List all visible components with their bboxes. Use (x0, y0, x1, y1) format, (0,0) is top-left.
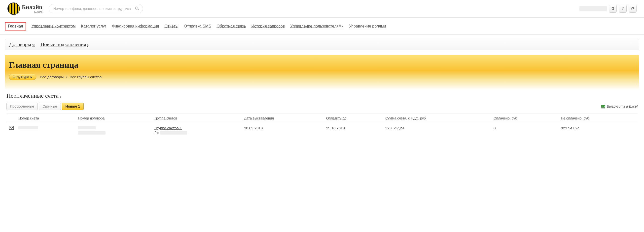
cell-group: Группа счетов 1 Г-н (152, 123, 242, 138)
export-excel-label: Выгрузить в Excel (607, 104, 638, 108)
row-envelope[interactable] (6, 123, 16, 138)
subtab-contracts[interactable]: Договоры 90 (9, 41, 35, 48)
invoices-table: Номер счёта Номер договора Группа счетов… (6, 114, 638, 138)
cell-issue-date: 30.09.2019 (242, 123, 324, 138)
nav-user-management[interactable]: Управление пользователями (290, 24, 344, 28)
page-title: Главная страница (9, 60, 635, 70)
logo-mark-icon (8, 2, 20, 15)
header-right: ? (580, 5, 636, 13)
svg-line-1 (138, 9, 139, 10)
col-group[interactable]: Группа счетов (152, 114, 242, 123)
crumb-all-contracts[interactable]: Все договоры (40, 75, 64, 79)
nav-financial-info[interactable]: Финансовая информация (112, 24, 159, 28)
subtabs-bar: Договоры 90 Новые подключения 0 (5, 39, 639, 50)
subtab-new-conn-count: 0 (87, 43, 89, 47)
nav-contract-management[interactable]: Управление контрактом (32, 24, 76, 28)
envelope-icon (9, 126, 14, 131)
chevron-right-icon: ▶ (30, 76, 32, 78)
unpaid-heading: Неоплаченные счета 1 (6, 93, 61, 99)
unpaid-heading-text: Неоплаченные счета (6, 93, 58, 99)
search-icon[interactable] (135, 6, 139, 11)
search-input[interactable] (49, 4, 143, 13)
crumb-all-groups[interactable]: Все группы счетов (70, 75, 102, 79)
col-unpaid[interactable]: Не оплачено, руб (559, 114, 638, 123)
tab-new[interactable]: Новые 1 (62, 103, 84, 110)
cell-unpaid: 923 547,24 (559, 123, 638, 138)
nav-home[interactable]: Главная (5, 22, 26, 30)
cell-paid: 0 (492, 123, 559, 138)
structure-button-label: Структура (13, 75, 29, 79)
search-wrap (49, 4, 143, 13)
cell-amount-vat: 923 547,24 (383, 123, 492, 138)
page-header-banner: Главная страница Структура ▶ Все договор… (5, 55, 639, 90)
header: Билайн Бизнес ? (0, 0, 644, 18)
table-row[interactable]: Группа счетов 1 Г-н 30.09.2019 25.10.201… (6, 123, 638, 138)
breadcrumb: Все договоры / Все группы счетов (40, 75, 102, 79)
xls-icon: XLS (601, 104, 605, 109)
logo-text: Билайн Бизнес (22, 4, 42, 13)
cell-pay-until: 25.10.2019 (324, 123, 384, 138)
unpaid-invoices-panel: Неоплаченные счета 1 Просроченные Срочны… (5, 90, 639, 146)
table-header-row: Номер счёта Номер договора Группа счетов… (6, 114, 638, 123)
unpaid-heading-count: 1 (60, 95, 61, 99)
col-invoice-no[interactable]: Номер счёта (16, 114, 76, 123)
nav-request-history[interactable]: История запросов (252, 24, 285, 28)
group-link[interactable]: Группа счетов 1 (154, 126, 182, 130)
gear-icon (611, 7, 615, 11)
tab-overdue[interactable]: Просроченные (6, 103, 38, 110)
col-amount-vat[interactable]: Сумма счёта, с НДС, руб (383, 114, 492, 123)
group-sub-prefix: Г-н (154, 131, 159, 134)
subtab-contracts-label: Договоры (9, 41, 31, 48)
col-paid[interactable]: Оплачено, руб (492, 114, 559, 123)
svg-rect-2 (9, 126, 14, 130)
col-contract-no[interactable]: Номер договора (76, 114, 152, 123)
settings-button[interactable] (609, 5, 617, 13)
cell-contract-no (76, 123, 152, 138)
subtab-new-connections[interactable]: Новые подключения 0 (40, 41, 89, 48)
nav-feedback[interactable]: Обратная связь (217, 24, 246, 28)
refresh-button[interactable] (628, 5, 636, 13)
help-icon: ? (622, 6, 624, 11)
col-pay-until[interactable]: Оплатить до (324, 114, 384, 123)
subtab-new-conn-label: Новые подключения (40, 41, 86, 48)
structure-breadcrumb-row: Структура ▶ Все договоры / Все группы сч… (9, 74, 635, 80)
user-label[interactable] (580, 6, 607, 11)
col-issue-date[interactable]: Дата выставления (242, 114, 324, 123)
subtab-contracts-count: 90 (32, 43, 35, 47)
logo-brand: Билайн (22, 4, 42, 11)
nav-role-management[interactable]: Управление ролями (349, 24, 386, 28)
refresh-icon (630, 7, 634, 11)
logo-subtitle: Бизнес (22, 11, 42, 13)
nav-service-catalog[interactable]: Каталог услуг (81, 24, 106, 28)
nav-send-sms[interactable]: Отправка SMS (184, 24, 211, 28)
unpaid-tabs: Просроченные Срочные Новые 1 XLS Выгрузи… (6, 103, 638, 110)
logo[interactable]: Билайн Бизнес (8, 2, 42, 15)
main-nav: Главная Управление контрактом Каталог ус… (0, 18, 644, 35)
nav-reports[interactable]: Отчёты (164, 24, 178, 28)
help-button[interactable]: ? (619, 5, 626, 13)
crumb-separator: / (66, 75, 67, 79)
cell-invoice-no (16, 123, 76, 138)
structure-button[interactable]: Структура ▶ (9, 74, 36, 80)
svg-point-0 (136, 7, 138, 9)
export-excel-link[interactable]: XLS Выгрузить в Excel (601, 104, 638, 109)
tab-urgent[interactable]: Срочные (39, 103, 60, 110)
col-icon (6, 114, 16, 123)
